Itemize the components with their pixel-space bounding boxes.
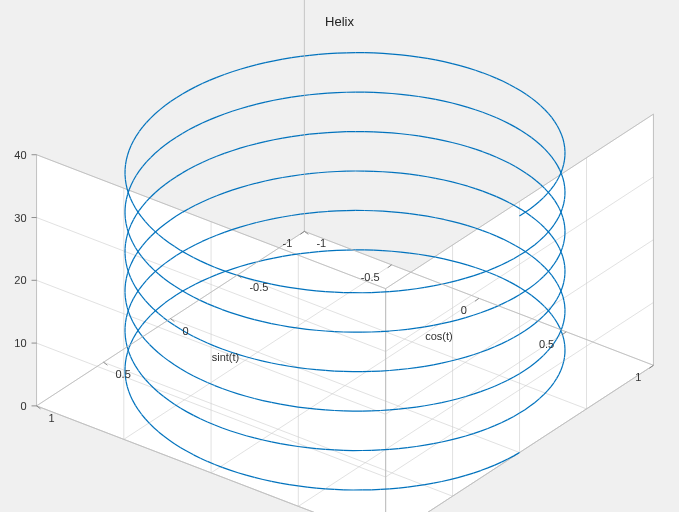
svg-line-237 xyxy=(240,106,248,108)
y-axis-label: sint(t) xyxy=(212,351,240,363)
svg-line-564 xyxy=(564,143,565,147)
svg-line-164 xyxy=(217,193,225,196)
svg-line-580 xyxy=(564,200,565,204)
svg-line-406 xyxy=(160,106,165,110)
svg-line-103 xyxy=(444,219,452,221)
svg-line-112 xyxy=(452,221,460,223)
svg-line-140 xyxy=(328,132,337,133)
svg-line-328 xyxy=(160,184,165,188)
svg-line-283 xyxy=(209,117,216,120)
svg-line-321 xyxy=(217,75,225,78)
svg-line-338 xyxy=(202,80,209,83)
svg-line-437 xyxy=(564,357,565,361)
svg-line-292 xyxy=(427,58,435,60)
svg-line-272 xyxy=(217,114,225,117)
svg-line-461 xyxy=(139,127,142,132)
svg-line-541 xyxy=(564,239,565,243)
svg-line-236 xyxy=(475,149,482,152)
svg-line-376 xyxy=(176,94,182,98)
svg-line-352 xyxy=(509,124,515,127)
svg-line-318 xyxy=(490,115,497,118)
svg-line-294 xyxy=(503,160,509,163)
svg-line-550 xyxy=(563,138,564,142)
svg-line-705 xyxy=(390,488,399,489)
svg-line-366 xyxy=(182,90,188,94)
svg-line-357 xyxy=(531,177,536,181)
svg-line-373 xyxy=(521,130,526,133)
axes-3d[interactable]: -1-0.500.51-1-0.500.51010203040cos(t)sin… xyxy=(0,0,679,512)
svg-line-438 xyxy=(126,278,127,283)
svg-line-127 xyxy=(419,175,428,176)
svg-line-723 xyxy=(316,488,325,489)
svg-text:1: 1 xyxy=(635,371,641,383)
svg-line-364 xyxy=(126,357,127,362)
svg-line-118 xyxy=(401,173,410,174)
svg-line-255 xyxy=(301,55,310,56)
svg-line-60 xyxy=(427,256,435,258)
svg-line-75 xyxy=(383,211,392,212)
svg-line-72 xyxy=(300,213,309,214)
svg-line-94 xyxy=(240,225,248,227)
svg-line-107 xyxy=(300,174,309,175)
svg-line-429 xyxy=(151,114,155,118)
svg-line-356 xyxy=(189,87,196,90)
svg-line-233 xyxy=(202,159,209,162)
svg-line-183 xyxy=(240,146,248,148)
svg-line-225 xyxy=(257,102,266,104)
svg-line-163 xyxy=(401,134,410,135)
svg-line-347 xyxy=(195,84,202,87)
svg-line-371 xyxy=(497,78,504,81)
svg-line-247 xyxy=(319,54,328,55)
svg-line-346 xyxy=(171,137,177,141)
svg-line-109 xyxy=(291,175,300,176)
svg-line-211 xyxy=(490,194,497,197)
svg-line-128 xyxy=(468,226,476,228)
svg-line-120 xyxy=(460,223,468,225)
svg-line-417 xyxy=(155,110,160,114)
svg-line-249 xyxy=(444,101,452,103)
svg-line-229 xyxy=(248,104,256,106)
svg-line-90 xyxy=(248,223,256,225)
svg-line-135 xyxy=(240,185,248,187)
svg-line-67 xyxy=(319,211,328,212)
svg-line-325 xyxy=(182,130,188,134)
svg-line-447 xyxy=(133,176,136,181)
svg-line-41 xyxy=(328,250,337,251)
svg-line-311 xyxy=(224,72,232,75)
svg-line-179 xyxy=(202,199,209,202)
svg-line-215 xyxy=(217,153,225,156)
svg-line-54 xyxy=(401,252,410,253)
svg-line-771 xyxy=(381,449,390,450)
svg-line-234 xyxy=(503,200,509,203)
svg-line-467 xyxy=(555,161,558,165)
svg-line-556 xyxy=(125,219,126,224)
svg-line-527 xyxy=(564,182,565,186)
svg-line-171 xyxy=(209,196,216,199)
svg-line-172 xyxy=(257,142,266,144)
svg-text:-1: -1 xyxy=(316,237,326,249)
svg-line-231 xyxy=(427,98,435,100)
svg-line-192 xyxy=(319,93,328,94)
svg-line-191 xyxy=(232,148,240,151)
svg-line-122 xyxy=(410,174,419,175)
svg-line-530 xyxy=(126,155,127,160)
svg-line-276 xyxy=(265,61,274,63)
svg-line-252 xyxy=(483,152,490,155)
svg-line-208 xyxy=(283,97,292,98)
svg-line-157 xyxy=(283,137,292,138)
svg-line-189 xyxy=(328,93,337,94)
svg-line-184 xyxy=(436,139,444,141)
svg-line-297 xyxy=(240,67,248,69)
svg-line-419 xyxy=(541,145,545,149)
svg-line-173 xyxy=(419,136,428,137)
svg-line-80 xyxy=(274,217,283,219)
svg-line-78 xyxy=(283,215,292,216)
svg-line-218 xyxy=(265,100,274,102)
svg-line-304 xyxy=(232,69,240,72)
svg-line-159 xyxy=(392,133,401,134)
svg-line-421 xyxy=(526,95,531,99)
svg-line-472 xyxy=(564,318,565,322)
svg-line-905 xyxy=(380,331,389,332)
svg-line-52 xyxy=(392,251,401,252)
svg-line-274 xyxy=(460,105,468,107)
